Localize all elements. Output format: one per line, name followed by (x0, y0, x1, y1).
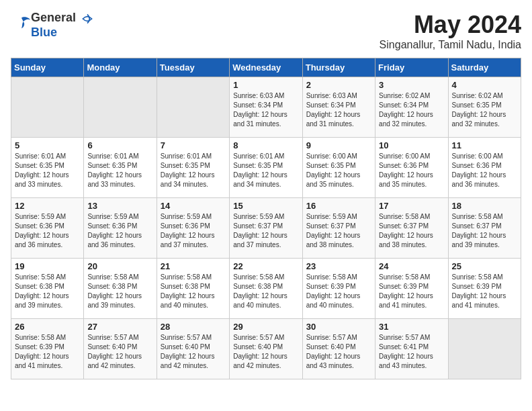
day-number: 26 (15, 322, 80, 332)
day-number: 19 (15, 261, 80, 271)
day-number: 6 (87, 140, 152, 150)
day-number: 16 (306, 201, 371, 211)
calendar-cell: 18Sunrise: 5:58 AMSunset: 6:37 PMDayligh… (448, 198, 521, 259)
calendar-cell: 10Sunrise: 6:00 AMSunset: 6:36 PMDayligh… (375, 138, 448, 198)
cell-info: Sunrise: 5:59 AMSunset: 6:37 PMDaylight:… (233, 212, 298, 250)
calendar-cell: 4Sunrise: 6:02 AMSunset: 6:35 PMDaylight… (448, 77, 521, 138)
calendar-cell: 22Sunrise: 5:58 AMSunset: 6:38 PMDayligh… (230, 259, 302, 319)
cell-info: Sunrise: 5:57 AMSunset: 6:41 PMDaylight:… (379, 333, 444, 371)
cell-info: Sunrise: 5:58 AMSunset: 6:37 PMDaylight:… (452, 212, 517, 250)
cell-info: Sunrise: 5:58 AMSunset: 6:39 PMDaylight:… (452, 273, 517, 310)
calendar-cell: 9Sunrise: 6:00 AMSunset: 6:35 PMDaylight… (302, 138, 375, 198)
weekday-header-row: SundayMondayTuesdayWednesdayThursdayFrid… (11, 58, 521, 77)
cell-info: Sunrise: 6:01 AMSunset: 6:35 PMDaylight:… (87, 152, 152, 189)
day-number: 20 (87, 261, 152, 271)
day-number: 31 (379, 322, 444, 332)
title-area: May 2024 Singanallur, Tamil Nadu, India (380, 11, 521, 51)
weekday-header-friday: Friday (375, 58, 448, 77)
calendar-cell: 1Sunrise: 6:03 AMSunset: 6:34 PMDaylight… (230, 77, 302, 138)
cell-info: Sunrise: 6:00 AMSunset: 6:35 PMDaylight:… (306, 152, 371, 189)
day-number: 3 (379, 80, 444, 90)
weekday-header-monday: Monday (84, 58, 157, 77)
day-number: 30 (306, 322, 371, 332)
calendar-week-row: 12Sunrise: 5:59 AMSunset: 6:36 PMDayligh… (11, 198, 521, 259)
calendar-cell: 15Sunrise: 5:59 AMSunset: 6:37 PMDayligh… (230, 198, 302, 259)
cell-info: Sunrise: 5:58 AMSunset: 6:38 PMDaylight:… (15, 273, 80, 310)
cell-info: Sunrise: 6:01 AMSunset: 6:35 PMDaylight:… (161, 152, 226, 189)
cell-info: Sunrise: 5:58 AMSunset: 6:37 PMDaylight:… (379, 212, 444, 250)
day-number: 9 (306, 140, 371, 150)
day-number: 11 (452, 140, 517, 150)
weekday-header-wednesday: Wednesday (230, 58, 302, 77)
day-number: 29 (233, 322, 298, 332)
cell-info: Sunrise: 6:03 AMSunset: 6:34 PMDaylight:… (233, 91, 298, 129)
day-number: 28 (161, 322, 226, 332)
calendar-cell: 27Sunrise: 5:57 AMSunset: 6:40 PMDayligh… (84, 319, 157, 379)
cell-info: Sunrise: 5:58 AMSunset: 6:39 PMDaylight:… (379, 273, 444, 310)
day-number: 5 (15, 140, 80, 150)
weekday-header-saturday: Saturday (448, 58, 521, 77)
logo-swoosh-icon (81, 12, 94, 26)
calendar-cell: 13Sunrise: 5:59 AMSunset: 6:36 PMDayligh… (84, 198, 157, 259)
calendar-cell (11, 77, 84, 138)
cell-info: Sunrise: 5:58 AMSunset: 6:38 PMDaylight:… (161, 273, 226, 310)
day-number: 18 (452, 201, 517, 211)
day-number: 17 (379, 201, 444, 211)
day-number: 22 (233, 261, 298, 271)
cell-info: Sunrise: 5:59 AMSunset: 6:36 PMDaylight:… (87, 212, 152, 250)
calendar-cell: 29Sunrise: 5:57 AMSunset: 6:40 PMDayligh… (230, 319, 302, 379)
calendar-cell: 21Sunrise: 5:58 AMSunset: 6:38 PMDayligh… (157, 259, 229, 319)
day-number: 21 (161, 261, 226, 271)
calendar-cell: 31Sunrise: 5:57 AMSunset: 6:41 PMDayligh… (375, 319, 448, 379)
calendar-cell: 6Sunrise: 6:01 AMSunset: 6:35 PMDaylight… (84, 138, 157, 198)
logo: General Blue (11, 11, 94, 40)
day-number: 7 (161, 140, 226, 150)
day-number: 8 (233, 140, 298, 150)
calendar-cell: 30Sunrise: 5:57 AMSunset: 6:40 PMDayligh… (302, 319, 375, 379)
cell-info: Sunrise: 6:02 AMSunset: 6:34 PMDaylight:… (379, 91, 444, 129)
day-number: 2 (306, 80, 371, 90)
cell-info: Sunrise: 5:58 AMSunset: 6:38 PMDaylight:… (87, 273, 152, 310)
day-number: 27 (87, 322, 152, 332)
calendar-cell: 19Sunrise: 5:58 AMSunset: 6:38 PMDayligh… (11, 259, 84, 319)
day-number: 12 (15, 201, 80, 211)
cell-info: Sunrise: 5:58 AMSunset: 6:39 PMDaylight:… (15, 333, 80, 371)
cell-info: Sunrise: 6:00 AMSunset: 6:36 PMDaylight:… (452, 152, 517, 189)
day-number: 10 (379, 140, 444, 150)
calendar-week-row: 19Sunrise: 5:58 AMSunset: 6:38 PMDayligh… (11, 259, 521, 319)
day-number: 15 (233, 201, 298, 211)
day-number: 24 (379, 261, 444, 271)
calendar-table: SundayMondayTuesdayWednesdayThursdayFrid… (11, 58, 521, 379)
day-number: 1 (233, 80, 298, 90)
calendar-cell: 3Sunrise: 6:02 AMSunset: 6:34 PMDaylight… (375, 77, 448, 138)
calendar-cell: 28Sunrise: 5:57 AMSunset: 6:40 PMDayligh… (157, 319, 229, 379)
calendar-cell: 24Sunrise: 5:58 AMSunset: 6:39 PMDayligh… (375, 259, 448, 319)
weekday-header-sunday: Sunday (11, 58, 84, 77)
cell-info: Sunrise: 5:57 AMSunset: 6:40 PMDaylight:… (87, 333, 152, 371)
logo-general-text: General (31, 11, 76, 24)
calendar-cell: 26Sunrise: 5:58 AMSunset: 6:39 PMDayligh… (11, 319, 84, 379)
weekday-header-tuesday: Tuesday (157, 58, 229, 77)
calendar-cell (84, 77, 157, 138)
month-year-title: May 2024 (380, 11, 521, 39)
day-number: 13 (87, 201, 152, 211)
day-number: 14 (161, 201, 226, 211)
header: General Blue May 2024 Singanallur, Tamil… (11, 11, 521, 51)
cell-info: Sunrise: 6:03 AMSunset: 6:34 PMDaylight:… (306, 91, 371, 129)
calendar-week-row: 5Sunrise: 6:01 AMSunset: 6:35 PMDaylight… (11, 138, 521, 198)
calendar-cell: 23Sunrise: 5:58 AMSunset: 6:39 PMDayligh… (302, 259, 375, 319)
calendar-cell: 2Sunrise: 6:03 AMSunset: 6:34 PMDaylight… (302, 77, 375, 138)
cell-info: Sunrise: 5:59 AMSunset: 6:37 PMDaylight:… (306, 212, 371, 250)
cell-info: Sunrise: 6:01 AMSunset: 6:35 PMDaylight:… (233, 152, 298, 189)
weekday-header-thursday: Thursday (302, 58, 375, 77)
logo-blue-text: Blue (31, 26, 94, 40)
calendar-cell: 7Sunrise: 6:01 AMSunset: 6:35 PMDaylight… (157, 138, 229, 198)
location-subtitle: Singanallur, Tamil Nadu, India (380, 39, 521, 51)
day-number: 25 (452, 261, 517, 271)
calendar-cell: 16Sunrise: 5:59 AMSunset: 6:37 PMDayligh… (302, 198, 375, 259)
cell-info: Sunrise: 5:58 AMSunset: 6:38 PMDaylight:… (233, 273, 298, 310)
calendar-cell: 8Sunrise: 6:01 AMSunset: 6:35 PMDaylight… (230, 138, 302, 198)
cell-info: Sunrise: 6:02 AMSunset: 6:35 PMDaylight:… (452, 91, 517, 129)
cell-info: Sunrise: 6:00 AMSunset: 6:36 PMDaylight:… (379, 152, 444, 189)
cell-info: Sunrise: 5:59 AMSunset: 6:36 PMDaylight:… (161, 212, 226, 250)
